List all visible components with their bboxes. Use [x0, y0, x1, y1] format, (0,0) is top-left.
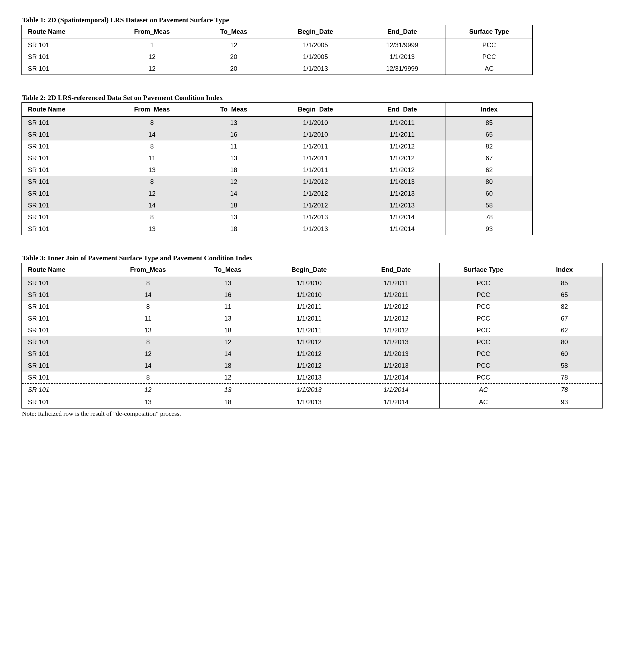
cell: 1/1/2014 [353, 383, 440, 396]
cell: 1/1/2013 [272, 223, 359, 235]
cell: SR 101 [22, 176, 108, 188]
cell: 1/1/2013 [359, 176, 446, 188]
cell: 1/1/2011 [272, 141, 359, 152]
cell: 1/1/2013 [272, 63, 359, 75]
cell: SR 101 [22, 383, 106, 396]
table-row: SR 10112201/1/201312/31/9999AC [22, 63, 532, 75]
cell: SR 101 [22, 360, 106, 372]
cell: 1/1/2010 [272, 117, 359, 129]
cell: 1/1/2013 [265, 396, 353, 408]
cell: 1 [108, 39, 195, 51]
cell: 12 [108, 63, 195, 75]
cell: 1/1/2014 [359, 223, 446, 235]
cell: 12 [190, 336, 265, 348]
cell: 8 [106, 336, 190, 348]
cell: 58 [446, 199, 532, 211]
cell: SR 101 [22, 117, 108, 129]
cell: 20 [195, 63, 272, 75]
cell: 85 [527, 277, 602, 289]
cell: 1/1/2014 [353, 396, 440, 408]
cell: 1/1/2013 [353, 348, 440, 360]
table-row: SR 10113181/1/20131/1/2014AC93 [22, 396, 602, 408]
cell: 8 [106, 372, 190, 383]
cell: 11 [195, 141, 272, 152]
cell: 12/31/9999 [359, 63, 446, 75]
cell: 14 [190, 348, 265, 360]
cell: SR 101 [22, 188, 108, 199]
table3-caption: Table 3: Inner Join of Pavement Surface … [21, 254, 603, 262]
cell: SR 101 [22, 396, 106, 408]
cell: 60 [446, 188, 532, 199]
cell: 1/1/2012 [359, 141, 446, 152]
table-row: SR 10112141/1/20121/1/2013PCC60 [22, 348, 602, 360]
cell: 62 [527, 324, 602, 336]
cell: 12 [106, 348, 190, 360]
cell: SR 101 [22, 39, 108, 51]
cell: 1/1/2011 [359, 129, 446, 141]
cell: 1/1/2012 [353, 313, 440, 324]
cell: 82 [446, 141, 532, 152]
cell: 14 [106, 360, 190, 372]
cell: 78 [446, 211, 532, 223]
cell: 1/1/2013 [359, 51, 446, 63]
cell: 18 [190, 360, 265, 372]
col-begin: Begin_Date [272, 103, 359, 117]
table-row: SR 1018111/1/20111/1/2012PCC82 [22, 301, 602, 313]
col-index: Index [446, 103, 532, 117]
cell: 1/1/2012 [359, 164, 446, 176]
cell: 93 [527, 396, 602, 408]
cell: AC [440, 383, 527, 396]
cell: 1/1/2013 [265, 383, 353, 396]
cell: 11 [108, 152, 195, 164]
cell: 18 [190, 396, 265, 408]
cell: 8 [108, 176, 195, 188]
table2: Route Name From_Meas To_Meas Begin_Date … [21, 102, 533, 235]
cell: SR 101 [22, 152, 108, 164]
cell: 1/1/2005 [272, 51, 359, 63]
cell: 67 [446, 152, 532, 164]
cell: SR 101 [22, 313, 106, 324]
table-row: SR 1018121/1/20131/1/2014PCC78 [22, 372, 602, 383]
col-begin: Begin_Date [265, 263, 353, 277]
col-route: Route Name [22, 25, 108, 39]
cell: SR 101 [22, 129, 108, 141]
col-begin: Begin_Date [272, 25, 359, 39]
table1-block: Table 1: 2D (Spatiotemporal) LRS Dataset… [21, 16, 603, 75]
col-route: Route Name [22, 263, 106, 277]
cell: 8 [108, 141, 195, 152]
cell: 13 [106, 324, 190, 336]
cell: SR 101 [22, 164, 108, 176]
cell: 1/1/2014 [353, 372, 440, 383]
table2-caption: Table 2: 2D LRS-referenced Data Set on P… [21, 94, 603, 102]
cell: 1/1/2012 [265, 348, 353, 360]
cell: 12 [108, 51, 195, 63]
cell: 1/1/2012 [265, 360, 353, 372]
cell: 12 [108, 188, 195, 199]
cell: 13 [190, 277, 265, 289]
table1-caption: Table 1: 2D (Spatiotemporal) LRS Dataset… [21, 16, 603, 24]
cell: 14 [195, 188, 272, 199]
cell: 18 [195, 199, 272, 211]
table3-note: Note: Italicized row is the result of "d… [21, 410, 603, 417]
cell: 1/1/2011 [265, 313, 353, 324]
table-row: SR 1018131/1/20101/1/2011PCC85 [22, 277, 602, 289]
table-row: SR 10111131/1/20111/1/2012PCC67 [22, 313, 602, 324]
table2-block: Table 2: 2D LRS-referenced Data Set on P… [21, 94, 603, 235]
cell: SR 101 [22, 51, 108, 63]
cell: 1/1/2011 [353, 277, 440, 289]
table-row: SR 1018121/1/20121/1/2013PCC80 [22, 336, 602, 348]
cell: 1/1/2011 [359, 117, 446, 129]
cell: SR 101 [22, 301, 106, 313]
cell: 82 [527, 301, 602, 313]
cell: PCC [446, 39, 532, 51]
table-row: SR 10112201/1/20051/1/2013PCC [22, 51, 532, 63]
cell: 13 [195, 152, 272, 164]
cell: 13 [106, 396, 190, 408]
cell: 78 [527, 383, 602, 396]
cell: 1/1/2012 [265, 336, 353, 348]
cell: PCC [440, 372, 527, 383]
cell: 1/1/2013 [359, 199, 446, 211]
cell: PCC [440, 313, 527, 324]
cell: 1/1/2011 [272, 152, 359, 164]
cell: 18 [190, 324, 265, 336]
